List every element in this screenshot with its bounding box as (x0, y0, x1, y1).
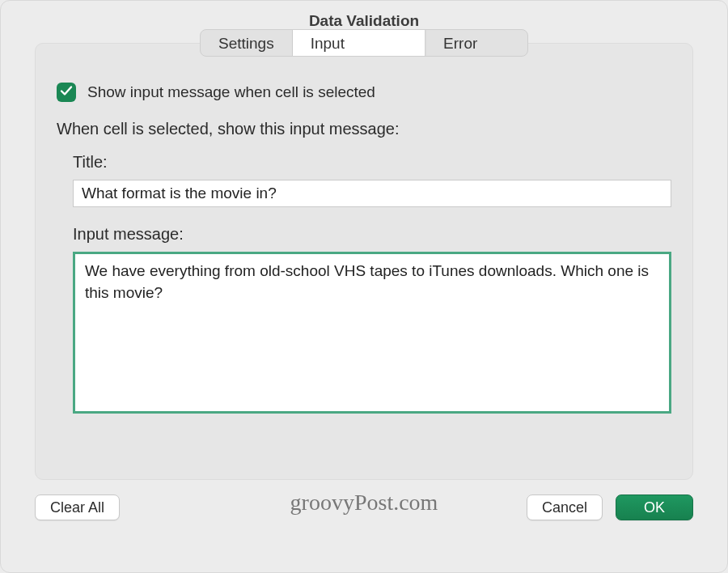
input-message-textarea[interactable]: We have everything from old-school VHS t… (73, 252, 671, 414)
checkmark-icon (60, 83, 73, 101)
ok-button[interactable]: OK (616, 494, 693, 520)
title-input[interactable] (73, 180, 671, 207)
content-frame: Settings Input Message Error Alert Show … (35, 43, 693, 480)
fields-block: Title: Input message: We have everything… (73, 153, 671, 418)
tab-bar: Settings Input Message Error Alert (200, 29, 528, 57)
section-prompt: When cell is selected, show this input m… (57, 120, 671, 138)
tab-input-message[interactable]: Input Message (293, 30, 425, 56)
show-message-checkbox-label: Show input message when cell is selected (87, 83, 375, 101)
title-label: Title: (73, 153, 671, 172)
tab-error-alert[interactable]: Error Alert (425, 30, 527, 56)
show-message-checkbox-row: Show input message when cell is selected (57, 83, 671, 102)
watermark-text: groovyPost.com (290, 490, 438, 516)
show-message-checkbox[interactable] (57, 83, 76, 102)
footer-right-buttons: Cancel OK (527, 494, 693, 520)
tab-settings[interactable]: Settings (201, 30, 293, 56)
input-message-label: Input message: (73, 225, 671, 244)
cancel-button[interactable]: Cancel (527, 494, 603, 520)
clear-all-button[interactable]: Clear All (35, 494, 120, 520)
dialog-footer: Clear All groovyPost.com Cancel OK (1, 480, 727, 520)
data-validation-dialog: Data Validation Settings Input Message E… (0, 0, 728, 573)
